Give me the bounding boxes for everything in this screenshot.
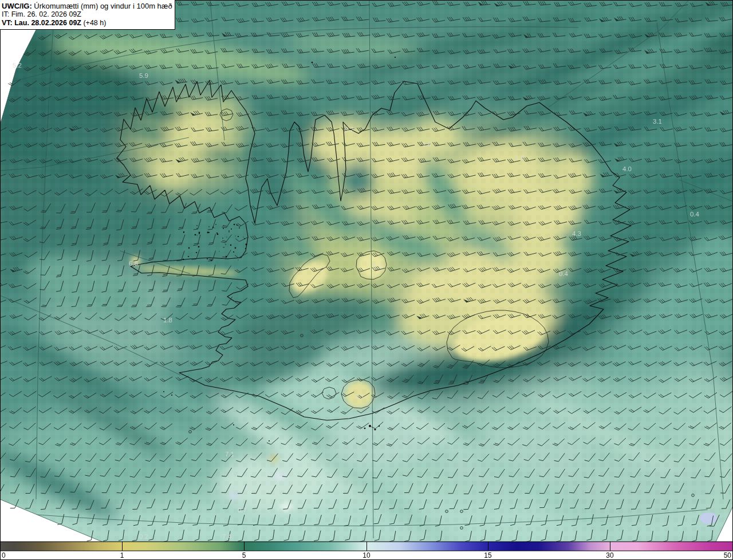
svg-text:5: 5 <box>242 551 246 559</box>
svg-text:7.1: 7.1 <box>225 451 234 458</box>
svg-text:30: 30 <box>606 551 614 559</box>
svg-text:0: 0 <box>2 551 6 559</box>
svg-text:50: 50 <box>724 551 732 559</box>
svg-text:1.8: 1.8 <box>163 317 172 324</box>
svg-text:1.6: 1.6 <box>422 141 431 148</box>
svg-text:10: 10 <box>362 551 371 559</box>
svg-text:0.4: 0.4 <box>690 211 700 218</box>
svg-text:5.9: 5.9 <box>139 72 148 79</box>
svg-text:0.7: 0.7 <box>238 507 247 514</box>
svg-text:3.1: 3.1 <box>355 393 364 400</box>
svg-text:4.0: 4.0 <box>622 165 632 172</box>
svg-text:5.2: 5.2 <box>13 62 22 69</box>
svg-text:7.4: 7.4 <box>222 533 232 540</box>
svg-text:0.2: 0.2 <box>139 533 148 540</box>
svg-text:1.8: 1.8 <box>515 154 525 161</box>
svg-text:6.8: 6.8 <box>129 260 138 267</box>
svg-text:5.2: 5.2 <box>345 126 354 133</box>
svg-text:4.3: 4.3 <box>572 230 581 237</box>
svg-text:3.1: 3.1 <box>653 118 662 125</box>
svg-text:0.4: 0.4 <box>559 270 569 277</box>
svg-text:15: 15 <box>484 551 492 559</box>
svg-text:1: 1 <box>120 551 124 559</box>
svg-text:1.1: 1.1 <box>373 263 383 270</box>
